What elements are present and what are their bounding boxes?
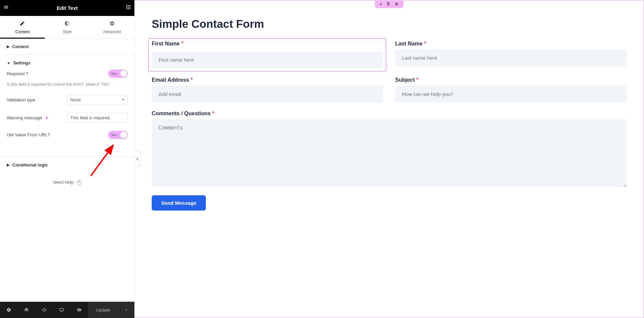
field-first-name[interactable]: First Name * bbox=[148, 38, 386, 72]
field-label: Email Address * bbox=[152, 77, 383, 83]
editor-canvas[interactable]: + ⠿ ✕ Simple Contact Form First Name * L… bbox=[135, 0, 644, 318]
setting-validation: Validation type None bbox=[7, 91, 128, 109]
sidebar-tabs: Content Style Advanced bbox=[0, 16, 134, 39]
help-icon: ? bbox=[77, 180, 82, 185]
svg-rect-0 bbox=[126, 5, 127, 6]
comments-textarea[interactable] bbox=[152, 119, 626, 187]
tab-label: Content bbox=[15, 29, 29, 34]
setting-label: Validation type bbox=[7, 97, 67, 102]
editor-sidebar: Edit Text Content Style Advanced bbox=[0, 0, 135, 318]
submit-button[interactable]: Send Message bbox=[152, 195, 206, 211]
tab-style[interactable]: Style bbox=[45, 16, 89, 38]
svg-rect-3 bbox=[126, 7, 127, 8]
field-subject[interactable]: Subject * bbox=[395, 77, 626, 102]
tab-label: Advanced bbox=[103, 29, 121, 34]
svg-rect-1 bbox=[128, 5, 129, 6]
toggle-knob bbox=[120, 70, 127, 77]
svg-rect-7 bbox=[128, 8, 129, 9]
panel-title: Edit Text bbox=[9, 5, 126, 11]
tab-advanced[interactable]: Advanced bbox=[90, 16, 134, 38]
tab-content[interactable]: Content bbox=[0, 16, 45, 38]
history-icon[interactable] bbox=[35, 302, 53, 318]
validation-select[interactable]: None bbox=[67, 95, 128, 105]
field-label: Subject * bbox=[395, 77, 626, 83]
contrast-icon bbox=[64, 21, 70, 27]
setting-required: Required ? Yes bbox=[7, 65, 128, 82]
svg-rect-8 bbox=[129, 8, 130, 9]
add-element-icon[interactable]: + bbox=[380, 2, 382, 7]
navigator-icon[interactable] bbox=[18, 302, 35, 318]
setting-url-value: Get Value From URL? Yes bbox=[7, 127, 128, 143]
field-label: Comments / Questions * bbox=[152, 111, 626, 117]
setting-warning: Warning message ✦ bbox=[7, 109, 128, 127]
toggle-knob bbox=[120, 132, 127, 138]
setting-label: Warning message ✦ bbox=[7, 115, 67, 120]
field-email[interactable]: Email Address * bbox=[152, 77, 383, 102]
form-grid: First Name * Last Name * Email Address *… bbox=[152, 41, 626, 187]
sidebar-body: ▶ Content ▼ Settings Required ? Yes Is t… bbox=[0, 39, 134, 302]
field-comments[interactable]: Comments / Questions * bbox=[152, 111, 626, 187]
need-help[interactable]: Need Help ? bbox=[7, 173, 128, 192]
caret-right-icon: ▶ bbox=[7, 163, 9, 167]
pencil-icon bbox=[20, 21, 25, 27]
warning-message-input[interactable] bbox=[67, 113, 128, 123]
panel-settings-header[interactable]: ▼ Settings bbox=[7, 60, 128, 65]
panel-label: Content bbox=[12, 44, 29, 49]
subject-input[interactable] bbox=[395, 86, 626, 102]
tab-label: Style bbox=[63, 29, 72, 34]
gear-icon bbox=[109, 21, 115, 27]
panel-label: Conditional logic bbox=[12, 162, 48, 167]
preview-icon[interactable] bbox=[70, 302, 88, 318]
svg-rect-6 bbox=[126, 8, 127, 9]
first-name-input[interactable] bbox=[152, 52, 383, 68]
svg-rect-4 bbox=[128, 7, 129, 8]
url-value-toggle[interactable]: Yes bbox=[108, 131, 128, 139]
close-element-icon[interactable]: ✕ bbox=[395, 2, 399, 7]
caret-down-icon: ▼ bbox=[7, 61, 10, 65]
required-toggle[interactable]: Yes bbox=[108, 69, 128, 78]
last-name-input[interactable] bbox=[395, 49, 626, 66]
toggle-value: Yes bbox=[111, 72, 117, 76]
widgets-icon[interactable] bbox=[126, 4, 131, 12]
responsive-icon[interactable] bbox=[53, 302, 70, 318]
collapse-sidebar-handle[interactable] bbox=[135, 152, 140, 166]
caret-right-icon: ▶ bbox=[7, 44, 9, 49]
panel-content-header[interactable]: ▶ Content bbox=[7, 44, 128, 49]
drag-handle-icon[interactable]: ⠿ bbox=[387, 2, 390, 7]
ai-sparkle-icon[interactable]: ✦ bbox=[45, 115, 48, 120]
panel-conditional-header[interactable]: ▶ Conditional logic bbox=[7, 162, 128, 167]
email-input[interactable] bbox=[152, 86, 383, 102]
select-value: None bbox=[70, 97, 81, 102]
element-toolbar: + ⠿ ✕ bbox=[375, 0, 404, 8]
toggle-value: Yes bbox=[111, 133, 117, 137]
field-label: Last Name * bbox=[395, 41, 626, 47]
setting-label: Get Value From URL? bbox=[7, 132, 108, 137]
setting-label: Required ? bbox=[7, 71, 108, 76]
menu-icon[interactable] bbox=[3, 4, 9, 12]
sidebar-header: Edit Text bbox=[0, 0, 134, 16]
field-label: First Name * bbox=[152, 41, 383, 47]
form-title: Simple Contact Form bbox=[152, 18, 626, 31]
panel-settings: ▼ Settings Required ? Yes Is this field … bbox=[7, 55, 128, 148]
panel-label: Settings bbox=[13, 60, 30, 65]
required-help-text: Is this field is required for submit the… bbox=[7, 82, 128, 91]
svg-rect-2 bbox=[129, 5, 130, 6]
sidebar-footer: Update bbox=[0, 302, 134, 318]
update-button[interactable]: Update bbox=[88, 302, 118, 318]
svg-rect-5 bbox=[129, 7, 130, 8]
field-last-name[interactable]: Last Name * bbox=[395, 41, 626, 69]
publish-options-icon[interactable] bbox=[118, 302, 134, 318]
settings-icon[interactable] bbox=[0, 302, 18, 318]
